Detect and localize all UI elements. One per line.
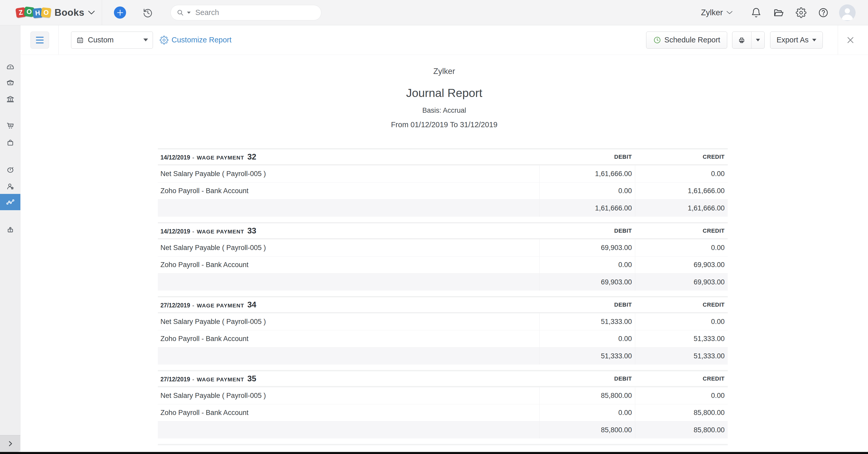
total-credit-cell: 1,61,666.00 [635, 200, 728, 217]
entry-rows: Net Salary Payable ( Payroll-005 ) 85,80… [158, 387, 728, 438]
report-basis: Basis: Accrual [21, 106, 868, 115]
schedule-report-button[interactable]: Schedule Report [646, 32, 727, 49]
bank-icon [6, 94, 15, 104]
total-credit-cell: 85,800.00 [635, 421, 728, 438]
zoho-logo-icon: Z O H O [16, 8, 51, 17]
sidebar-item-sales[interactable] [0, 117, 21, 134]
date-range-select[interactable]: Custom [71, 32, 153, 49]
entry-row: Net Salary Payable ( Payroll-005 ) 69,90… [158, 239, 728, 256]
app-logo[interactable]: Z O H O Books [0, 0, 102, 25]
section-header: 14/12/2019 - WAGE PAYMENT 32 DEBIT CREDI… [158, 149, 728, 165]
entry-date: 14/12/2019 [160, 154, 190, 161]
chevron-right-icon [6, 440, 14, 448]
credit-cell: 0.00 [635, 313, 728, 330]
entry-header-label: 14/12/2019 - WAGE PAYMENT 33 [158, 226, 539, 235]
debit-col-header: DEBIT [539, 153, 635, 160]
account-cell: Net Salary Payable ( Payroll-005 ) [158, 387, 539, 404]
notifications-button[interactable] [751, 7, 762, 18]
product-name: Books [55, 7, 85, 18]
entry-type: WAGE PAYMENT [197, 229, 244, 235]
account-cell: Zoho Payroll - Bank Account [158, 331, 539, 347]
gear-icon [160, 36, 168, 45]
credit-col-header: CREDIT [635, 302, 728, 308]
entry-separator: - [192, 302, 194, 309]
chevron-down-icon[interactable] [88, 10, 95, 15]
entry-number: 35 [247, 374, 256, 384]
entry-type: WAGE PAYMENT [197, 154, 244, 161]
journal-entry-section: 27/12/2019 - WAGE PAYMENT 34 DEBIT CREDI… [158, 296, 728, 365]
credit-col-header: CREDIT [635, 228, 728, 234]
sidebar-item-banking[interactable] [0, 91, 21, 107]
org-switcher[interactable]: Zylker [701, 8, 733, 17]
sidebar-item-payroll[interactable]: $ [0, 221, 21, 237]
entry-row: Zoho Payroll - Bank Account 0.00 69,903.… [158, 256, 728, 274]
journal-entry-section: 27/12/2019 - WAGE PAYMENT 35 DEBIT CREDI… [158, 370, 728, 438]
entry-header-label: 27/12/2019 - WAGE PAYMENT 35 [158, 374, 539, 384]
items-basket-icon [6, 78, 15, 87]
account-cell: Net Salary Payable ( Payroll-005 ) [158, 239, 539, 256]
entry-total-row: 51,333.00 51,333.00 [158, 347, 728, 365]
top-bar: Z O H O Books Zylker [0, 0, 868, 25]
gear-icon [796, 7, 807, 18]
plus-icon [117, 9, 123, 16]
entry-row: Net Salary Payable ( Payroll-005 ) 85,80… [158, 387, 728, 404]
entry-rows: Net Salary Payable ( Payroll-005 ) 69,90… [158, 239, 728, 291]
account-cell: Zoho Payroll - Bank Account [158, 256, 539, 273]
debit-col-header: DEBIT [539, 302, 635, 308]
sidebar-item-accountant[interactable] [0, 178, 21, 195]
top-bar-right: Zylker [701, 4, 868, 21]
left-sidebar: $ [0, 25, 21, 454]
total-credit-cell: 69,903.00 [635, 274, 728, 291]
report-header: Zylker Journal Report Basis: Accrual Fro… [21, 66, 868, 129]
account-cell: Net Salary Payable ( Payroll-005 ) [158, 313, 539, 330]
settings-button[interactable] [796, 7, 807, 18]
credit-col-header: CREDIT [635, 153, 728, 160]
bag-icon [6, 138, 15, 147]
print-options-caret[interactable] [751, 32, 765, 48]
accountant-icon [6, 182, 15, 191]
entry-row: Zoho Payroll - Bank Account 0.00 1,61,66… [158, 182, 728, 200]
sidebar-item-purchases[interactable] [0, 135, 21, 151]
sidebar-item-time-tracking[interactable] [0, 161, 21, 178]
reports-menu-button[interactable] [30, 32, 49, 49]
total-debit-cell: 51,333.00 [539, 347, 635, 365]
recent-history-button[interactable] [141, 7, 155, 19]
entry-date: 27/12/2019 [160, 302, 190, 309]
documents-button[interactable] [773, 7, 784, 18]
sidebar-item-items[interactable] [0, 74, 21, 91]
global-search[interactable] [170, 5, 321, 21]
sidebar-expand-button[interactable] [0, 435, 21, 452]
dashboard-icon [6, 61, 15, 71]
journal-table: 14/12/2019 - WAGE PAYMENT 32 DEBIT CREDI… [158, 148, 728, 445]
cart-icon [6, 121, 15, 130]
account-cell: Zoho Payroll - Bank Account [158, 182, 539, 199]
calendar-icon [76, 36, 84, 44]
help-button[interactable] [818, 7, 829, 18]
search-input[interactable] [195, 8, 298, 17]
entry-separator: - [192, 154, 194, 161]
close-report-button[interactable] [844, 35, 857, 45]
report-org-name: Zylker [21, 66, 868, 77]
logo-block-o2: O [41, 7, 52, 18]
caret-down-icon [756, 39, 760, 41]
select-caret-icon [144, 38, 148, 41]
export-as-button[interactable]: Export As [770, 32, 823, 49]
total-spacer-cell [158, 347, 539, 365]
entry-type: WAGE PAYMENT [197, 303, 244, 309]
entry-rows: Net Salary Payable ( Payroll-005 ) 1,61,… [158, 166, 728, 217]
credit-cell: 0.00 [635, 387, 728, 404]
credit-cell: 0.00 [635, 166, 728, 182]
entry-number: 32 [247, 152, 256, 162]
print-button[interactable] [733, 32, 751, 48]
credit-cell: 69,903.00 [635, 256, 728, 273]
section-header: 27/12/2019 - WAGE PAYMENT 34 DEBIT CREDI… [158, 297, 728, 312]
sidebar-item-dashboard[interactable] [0, 58, 21, 75]
quick-create-button[interactable] [114, 6, 126, 19]
search-scope-caret-icon[interactable] [187, 11, 191, 14]
entry-rows: Net Salary Payable ( Payroll-005 ) 51,33… [158, 313, 728, 365]
user-avatar[interactable] [839, 4, 856, 21]
entry-total-row: 69,903.00 69,903.00 [158, 274, 728, 291]
customize-report-link[interactable]: Customize Report [158, 35, 233, 45]
sidebar-item-reports[interactable] [0, 194, 21, 210]
journal-sections: 14/12/2019 - WAGE PAYMENT 32 DEBIT CREDI… [158, 148, 728, 438]
